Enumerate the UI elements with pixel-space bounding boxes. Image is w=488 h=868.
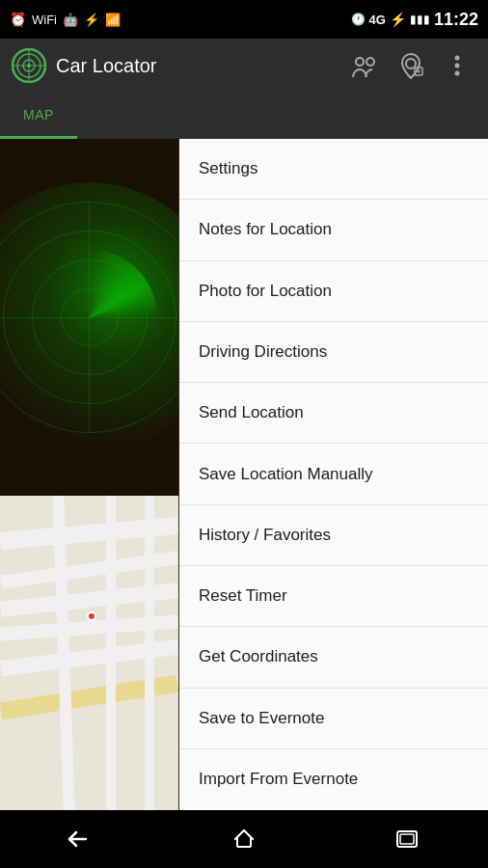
svg-point-8: [406, 59, 416, 68]
alarm-icon: ⏰: [10, 12, 26, 27]
svg-point-11: [455, 64, 460, 68]
menu-item-settings[interactable]: Settings: [179, 139, 488, 200]
location-icon-button[interactable]: [392, 46, 430, 85]
status-bar: ⏰ WiFi 🤖 ⚡ 📶 🕐 4G ⚡ ▮▮▮ 11:22: [0, 0, 488, 39]
menu-item-reset-timer[interactable]: Reset Timer: [179, 566, 488, 627]
clock-icon: 🕐: [351, 13, 366, 26]
menu-item-send-location[interactable]: Send Location: [179, 383, 488, 444]
battery-icon: ⚡: [390, 12, 406, 27]
status-right-icons: 🕐 4G ⚡ ▮▮▮ 11:22: [351, 10, 478, 30]
menu-item-get-coordinates[interactable]: Get Coordinates: [179, 627, 488, 688]
svg-point-10: [455, 56, 460, 61]
radar-display: [0, 139, 178, 496]
android-icon: 🤖: [63, 13, 78, 27]
nav-recents-button[interactable]: [378, 820, 436, 858]
app-logo: [12, 48, 46, 83]
app-bar-actions: [345, 46, 476, 85]
svg-point-6: [356, 58, 364, 66]
menu-item-history-favorites[interactable]: History / Favorites: [179, 505, 488, 566]
tab-map[interactable]: MAP: [0, 93, 77, 139]
menu-item-notes-for-location[interactable]: Notes for Location: [179, 200, 488, 260]
main-content: Settings Notes for Location Photo for Lo…: [0, 139, 488, 810]
overflow-menu-button[interactable]: [438, 46, 476, 85]
svg-point-12: [455, 71, 460, 76]
status-left-icons: ⏰ WiFi 🤖 ⚡ 📶: [10, 12, 121, 27]
menu-item-driving-directions[interactable]: Driving Directions: [179, 322, 488, 383]
nav-home-button[interactable]: [215, 820, 273, 858]
usb-icon: ⚡: [84, 13, 99, 27]
menu-item-import-from-evernote[interactable]: Import From Evernote: [179, 749, 488, 810]
road-v-2: [106, 496, 116, 810]
wifi-icon: WiFi: [32, 13, 57, 27]
map-canvas: [0, 496, 178, 810]
network-label: 4G: [369, 13, 386, 27]
dropdown-menu: Settings Notes for Location Photo for Lo…: [179, 139, 488, 810]
nav-back-button[interactable]: [52, 820, 110, 858]
app-title: Car Locator: [56, 55, 336, 77]
map-thumbnail: [0, 496, 178, 810]
person-icon-button[interactable]: [345, 46, 384, 85]
radar-v-line: [89, 202, 90, 433]
road-v-3: [145, 496, 154, 810]
bottom-nav: [0, 810, 488, 868]
menu-item-photo-for-location[interactable]: Photo for Location: [179, 261, 488, 322]
signal-icon: 📶: [105, 13, 121, 27]
menu-item-save-location-manually[interactable]: Save Location Manually: [179, 444, 488, 504]
left-panel: [0, 139, 178, 810]
battery-bar: ▮▮▮: [410, 13, 430, 26]
tab-bar: MAP: [0, 93, 488, 139]
app-bar: Car Locator: [0, 39, 488, 93]
location-dot: [87, 611, 96, 621]
status-time: 11:22: [434, 10, 478, 30]
menu-item-save-to-evernote[interactable]: Save to Evernote: [179, 689, 488, 749]
svg-point-7: [366, 58, 374, 66]
svg-rect-14: [400, 834, 414, 844]
